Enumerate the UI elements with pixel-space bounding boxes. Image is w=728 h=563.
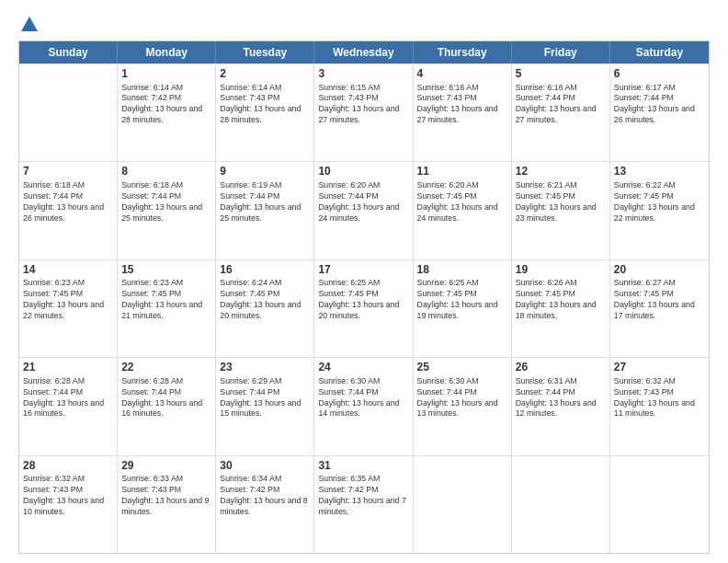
day-number: 27 <box>614 361 705 375</box>
day-number: 11 <box>417 165 507 179</box>
day-info: Sunrise: 6:25 AM Sunset: 7:45 PM Dayligh… <box>318 278 408 322</box>
day-info: Sunrise: 6:24 AM Sunset: 7:45 PM Dayligh… <box>220 278 310 322</box>
calendar-cell: 6Sunrise: 6:17 AM Sunset: 7:44 PM Daylig… <box>610 64 709 161</box>
weekday-header-monday: Monday <box>118 41 216 63</box>
calendar-cell: 30Sunrise: 6:34 AM Sunset: 7:42 PM Dayli… <box>216 456 314 553</box>
calendar-cell: 23Sunrise: 6:29 AM Sunset: 7:44 PM Dayli… <box>216 358 314 454</box>
day-number: 21 <box>23 361 113 375</box>
calendar-row-0: 1Sunrise: 6:14 AM Sunset: 7:42 PM Daylig… <box>19 63 709 161</box>
day-number: 2 <box>220 67 310 82</box>
day-number: 26 <box>516 361 606 375</box>
day-info: Sunrise: 6:19 AM Sunset: 7:44 PM Dayligh… <box>220 180 310 224</box>
day-info: Sunrise: 6:32 AM Sunset: 7:43 PM Dayligh… <box>23 474 113 518</box>
day-number: 3 <box>318 67 408 82</box>
day-number: 17 <box>318 263 408 278</box>
calendar-cell: 17Sunrise: 6:25 AM Sunset: 7:45 PM Dayli… <box>314 260 413 357</box>
day-number: 29 <box>121 459 211 474</box>
day-number: 25 <box>417 361 507 375</box>
calendar-cell: 27Sunrise: 6:32 AM Sunset: 7:43 PM Dayli… <box>610 358 709 454</box>
weekday-header-tuesday: Tuesday <box>216 41 314 63</box>
calendar-cell: 3Sunrise: 6:15 AM Sunset: 7:43 PM Daylig… <box>314 64 413 161</box>
day-info: Sunrise: 6:17 AM Sunset: 7:44 PM Dayligh… <box>614 83 705 127</box>
day-number: 22 <box>121 361 211 375</box>
day-info: Sunrise: 6:14 AM Sunset: 7:43 PM Dayligh… <box>220 83 310 127</box>
calendar-cell: 31Sunrise: 6:35 AM Sunset: 7:42 PM Dayli… <box>314 456 413 553</box>
day-info: Sunrise: 6:18 AM Sunset: 7:44 PM Dayligh… <box>23 180 113 224</box>
day-number: 30 <box>220 459 310 474</box>
calendar-cell: 28Sunrise: 6:32 AM Sunset: 7:43 PM Dayli… <box>19 456 118 553</box>
day-info: Sunrise: 6:20 AM Sunset: 7:45 PM Dayligh… <box>417 180 507 224</box>
day-number: 5 <box>516 67 606 82</box>
calendar-cell: 7Sunrise: 6:18 AM Sunset: 7:44 PM Daylig… <box>19 162 118 259</box>
calendar-cell: 8Sunrise: 6:18 AM Sunset: 7:44 PM Daylig… <box>118 162 216 259</box>
day-number: 14 <box>23 263 113 278</box>
calendar-cell: 11Sunrise: 6:20 AM Sunset: 7:45 PM Dayli… <box>414 162 512 259</box>
weekday-header-friday: Friday <box>512 41 610 63</box>
header <box>18 15 710 31</box>
day-number: 8 <box>121 165 211 179</box>
calendar: SundayMondayTuesdayWednesdayThursdayFrid… <box>18 40 710 554</box>
calendar-body: 1Sunrise: 6:14 AM Sunset: 7:42 PM Daylig… <box>19 63 709 553</box>
day-number: 20 <box>614 263 705 278</box>
calendar-cell: 16Sunrise: 6:24 AM Sunset: 7:45 PM Dayli… <box>216 260 314 357</box>
svg-marker-0 <box>21 17 38 31</box>
calendar-cell <box>414 456 512 553</box>
day-info: Sunrise: 6:23 AM Sunset: 7:45 PM Dayligh… <box>121 278 211 322</box>
day-number: 9 <box>220 165 310 179</box>
day-info: Sunrise: 6:33 AM Sunset: 7:43 PM Dayligh… <box>121 474 211 518</box>
calendar-cell: 10Sunrise: 6:20 AM Sunset: 7:44 PM Dayli… <box>314 162 413 259</box>
day-info: Sunrise: 6:28 AM Sunset: 7:44 PM Dayligh… <box>23 376 113 420</box>
day-info: Sunrise: 6:26 AM Sunset: 7:45 PM Dayligh… <box>516 278 606 322</box>
calendar-cell: 22Sunrise: 6:28 AM Sunset: 7:44 PM Dayli… <box>118 358 216 454</box>
day-number: 7 <box>23 165 113 179</box>
calendar-row-4: 28Sunrise: 6:32 AM Sunset: 7:43 PM Dayli… <box>19 455 709 553</box>
day-number: 13 <box>614 165 705 179</box>
weekday-header-saturday: Saturday <box>610 41 709 63</box>
day-number: 12 <box>516 165 606 179</box>
day-info: Sunrise: 6:32 AM Sunset: 7:43 PM Dayligh… <box>614 376 705 420</box>
calendar-cell: 26Sunrise: 6:31 AM Sunset: 7:44 PM Dayli… <box>512 358 610 454</box>
weekday-header-wednesday: Wednesday <box>314 41 413 63</box>
calendar-cell: 25Sunrise: 6:30 AM Sunset: 7:44 PM Dayli… <box>414 358 512 454</box>
calendar-cell <box>610 456 709 553</box>
calendar-row-3: 21Sunrise: 6:28 AM Sunset: 7:44 PM Dayli… <box>19 357 709 454</box>
day-number: 28 <box>23 459 113 474</box>
day-info: Sunrise: 6:16 AM Sunset: 7:44 PM Dayligh… <box>516 83 606 127</box>
day-info: Sunrise: 6:34 AM Sunset: 7:42 PM Dayligh… <box>220 474 310 518</box>
calendar-cell: 5Sunrise: 6:16 AM Sunset: 7:44 PM Daylig… <box>512 64 610 161</box>
calendar-header: SundayMondayTuesdayWednesdayThursdayFrid… <box>19 41 709 63</box>
day-number: 15 <box>121 263 211 278</box>
day-number: 4 <box>417 67 507 82</box>
day-info: Sunrise: 6:23 AM Sunset: 7:45 PM Dayligh… <box>23 278 113 322</box>
calendar-row-1: 7Sunrise: 6:18 AM Sunset: 7:44 PM Daylig… <box>19 161 709 259</box>
day-info: Sunrise: 6:35 AM Sunset: 7:42 PM Dayligh… <box>318 474 408 518</box>
day-number: 19 <box>516 263 606 278</box>
calendar-cell: 24Sunrise: 6:30 AM Sunset: 7:44 PM Dayli… <box>314 358 413 454</box>
page: SundayMondayTuesdayWednesdayThursdayFrid… <box>0 0 728 563</box>
calendar-cell: 13Sunrise: 6:22 AM Sunset: 7:45 PM Dayli… <box>610 162 709 259</box>
weekday-header-thursday: Thursday <box>414 41 512 63</box>
day-number: 16 <box>220 263 310 278</box>
calendar-cell: 29Sunrise: 6:33 AM Sunset: 7:43 PM Dayli… <box>118 456 216 553</box>
day-info: Sunrise: 6:28 AM Sunset: 7:44 PM Dayligh… <box>121 376 211 420</box>
day-info: Sunrise: 6:20 AM Sunset: 7:44 PM Dayligh… <box>318 180 408 224</box>
calendar-cell: 19Sunrise: 6:26 AM Sunset: 7:45 PM Dayli… <box>512 260 610 357</box>
day-number: 6 <box>614 67 705 82</box>
day-info: Sunrise: 6:29 AM Sunset: 7:44 PM Dayligh… <box>220 376 310 420</box>
weekday-header-sunday: Sunday <box>19 41 118 63</box>
calendar-cell: 21Sunrise: 6:28 AM Sunset: 7:44 PM Dayli… <box>19 358 118 454</box>
calendar-cell: 15Sunrise: 6:23 AM Sunset: 7:45 PM Dayli… <box>118 260 216 357</box>
day-number: 23 <box>220 361 310 375</box>
day-info: Sunrise: 6:18 AM Sunset: 7:44 PM Dayligh… <box>121 180 211 224</box>
day-info: Sunrise: 6:15 AM Sunset: 7:43 PM Dayligh… <box>318 83 408 127</box>
day-info: Sunrise: 6:14 AM Sunset: 7:42 PM Dayligh… <box>121 83 211 127</box>
calendar-cell: 12Sunrise: 6:21 AM Sunset: 7:45 PM Dayli… <box>512 162 610 259</box>
calendar-cell: 4Sunrise: 6:16 AM Sunset: 7:43 PM Daylig… <box>414 64 512 161</box>
calendar-cell: 2Sunrise: 6:14 AM Sunset: 7:43 PM Daylig… <box>216 64 314 161</box>
logo-icon <box>19 15 40 35</box>
day-info: Sunrise: 6:30 AM Sunset: 7:44 PM Dayligh… <box>318 376 408 420</box>
day-info: Sunrise: 6:25 AM Sunset: 7:45 PM Dayligh… <box>417 278 507 322</box>
calendar-cell: 14Sunrise: 6:23 AM Sunset: 7:45 PM Dayli… <box>19 260 118 357</box>
day-info: Sunrise: 6:16 AM Sunset: 7:43 PM Dayligh… <box>417 83 507 127</box>
calendar-cell: 1Sunrise: 6:14 AM Sunset: 7:42 PM Daylig… <box>118 64 216 161</box>
